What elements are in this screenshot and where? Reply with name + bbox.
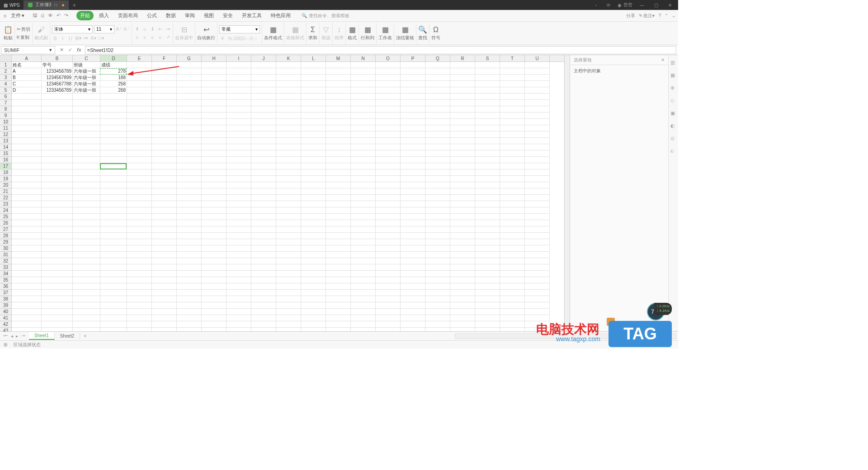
cell[interactable] — [42, 277, 73, 283]
cell[interactable] — [127, 214, 152, 220]
cell[interactable] — [425, 220, 450, 226]
cell[interactable] — [152, 220, 177, 226]
cell[interactable] — [301, 252, 326, 258]
cell[interactable] — [177, 150, 202, 157]
cell[interactable] — [276, 226, 301, 233]
cell[interactable] — [73, 233, 100, 239]
cell[interactable] — [251, 277, 276, 283]
cell[interactable] — [276, 207, 301, 214]
cell[interactable] — [226, 315, 251, 321]
cell[interactable] — [12, 201, 42, 207]
cell[interactable] — [401, 264, 425, 271]
cell[interactable] — [42, 138, 73, 144]
cell[interactable] — [500, 163, 525, 169]
row-header[interactable]: 13 — [0, 138, 12, 144]
cell[interactable] — [127, 132, 152, 138]
cell[interactable] — [500, 309, 525, 315]
cell[interactable] — [326, 113, 351, 119]
tab-layout[interactable]: 页面布局 — [114, 11, 142, 20]
cell[interactable] — [202, 220, 226, 226]
cell[interactable] — [42, 258, 73, 264]
cell[interactable] — [177, 75, 202, 81]
sheet-nav-next[interactable]: ▸ — [16, 334, 18, 338]
cell[interactable] — [127, 195, 152, 201]
cell[interactable] — [450, 68, 475, 75]
cell[interactable] — [177, 87, 202, 94]
cell[interactable] — [100, 283, 127, 290]
cell[interactable] — [73, 220, 100, 226]
row-header[interactable]: 25 — [0, 214, 12, 220]
cell[interactable] — [226, 271, 251, 277]
cell[interactable] — [202, 239, 226, 245]
cell[interactable] — [401, 328, 425, 331]
side-icon-4[interactable]: ◇ — [670, 98, 677, 104]
cell[interactable] — [226, 106, 251, 113]
cell[interactable]: 六年级一班 — [73, 81, 100, 87]
cell[interactable] — [226, 68, 251, 75]
format-button[interactable]: ▦格式 — [348, 25, 357, 41]
cell[interactable] — [301, 132, 326, 138]
cell[interactable] — [100, 182, 127, 188]
cell[interactable] — [401, 226, 425, 233]
cell[interactable] — [276, 125, 301, 132]
cell[interactable]: 学号 — [42, 62, 73, 68]
row-header[interactable]: 22 — [0, 195, 12, 201]
cell[interactable] — [100, 144, 127, 150]
row-header[interactable]: 33 — [0, 264, 12, 271]
cell[interactable]: 1233456789 — [42, 87, 73, 94]
command-search[interactable]: 🔍查找命令、搜索模板 — [302, 13, 349, 19]
cell[interactable] — [152, 106, 177, 113]
side-icon-7[interactable]: ⊙ — [670, 136, 677, 142]
cell[interactable] — [376, 132, 401, 138]
cell[interactable] — [401, 220, 425, 226]
cell[interactable] — [127, 321, 152, 328]
cell[interactable] — [475, 144, 500, 150]
cell[interactable] — [475, 68, 500, 75]
cell[interactable] — [12, 113, 42, 119]
sheet-tab-2[interactable]: Sheet2 — [55, 333, 80, 339]
cell[interactable] — [301, 188, 326, 195]
cell[interactable] — [177, 94, 202, 100]
cell[interactable] — [475, 328, 500, 331]
cell[interactable] — [202, 188, 226, 195]
cell[interactable] — [100, 132, 127, 138]
cell[interactable] — [177, 239, 202, 245]
cell[interactable] — [425, 239, 450, 245]
cell[interactable] — [376, 315, 401, 321]
cell[interactable] — [301, 87, 326, 94]
cell[interactable] — [226, 113, 251, 119]
cell[interactable] — [376, 87, 401, 94]
cell[interactable] — [152, 290, 177, 296]
cell[interactable] — [73, 157, 100, 163]
cell[interactable] — [401, 113, 425, 119]
cell[interactable] — [301, 113, 326, 119]
cell[interactable] — [226, 125, 251, 132]
cell[interactable] — [73, 195, 100, 201]
cell[interactable] — [301, 119, 326, 125]
cell[interactable] — [425, 309, 450, 315]
cell[interactable] — [202, 182, 226, 188]
cell[interactable] — [500, 239, 525, 245]
cell[interactable] — [202, 271, 226, 277]
cell[interactable] — [376, 144, 401, 150]
cell[interactable]: 278 — [100, 68, 127, 75]
col-header-S[interactable]: S — [475, 55, 500, 61]
cut-button[interactable]: ✂剪切 — [17, 26, 30, 33]
cell[interactable] — [376, 169, 401, 176]
cell[interactable] — [152, 188, 177, 195]
cell[interactable] — [450, 321, 475, 328]
cell[interactable] — [127, 245, 152, 252]
cell[interactable] — [301, 201, 326, 207]
cell[interactable] — [401, 258, 425, 264]
cell[interactable] — [251, 201, 276, 207]
cell[interactable] — [376, 106, 401, 113]
cell[interactable] — [450, 113, 475, 119]
cell[interactable] — [152, 283, 177, 290]
cell[interactable] — [425, 163, 450, 169]
cell[interactable] — [525, 220, 550, 226]
cell[interactable] — [500, 87, 525, 94]
cell[interactable] — [177, 245, 202, 252]
cell[interactable] — [226, 169, 251, 176]
cell[interactable] — [202, 296, 226, 302]
cell[interactable] — [401, 207, 425, 214]
